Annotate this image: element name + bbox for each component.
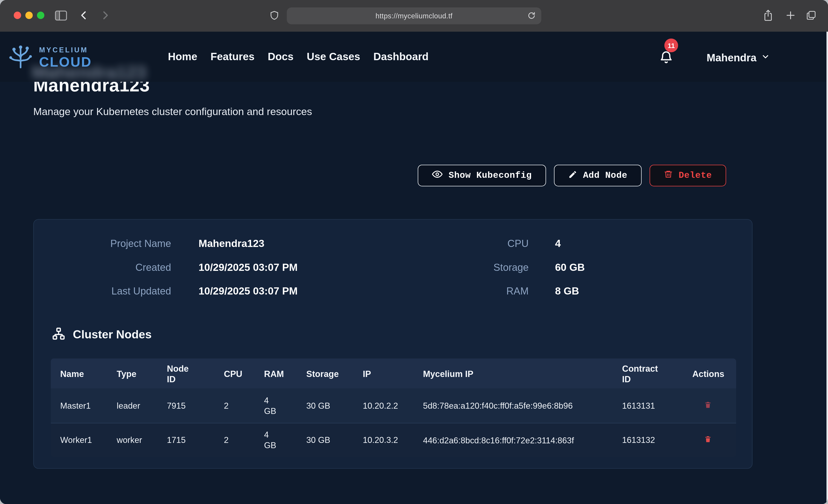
nav-link-use-cases[interactable]: Use Cases: [307, 51, 360, 63]
info-row: Storage 60 GB: [404, 255, 585, 279]
info-label: Last Updated: [34, 279, 171, 303]
info-label: Project Name: [34, 232, 171, 255]
cell-name: Master1: [60, 401, 117, 410]
column-header: CPU: [224, 368, 264, 379]
cell-mycelium-ip: 5d8:78ea:a120:f40c:ff0f:a5fe:99e6:8b96: [423, 400, 622, 411]
info-value: Mahendra123: [199, 232, 264, 255]
pencil-icon: [568, 170, 577, 181]
user-name: Mahendra: [707, 52, 756, 64]
cluster-info-left: Project Name Mahendra123 Created 10/29/2…: [34, 232, 298, 303]
minimize-window-button[interactable]: [25, 12, 33, 19]
add-node-label: Add Node: [583, 170, 627, 180]
delete-label: Delete: [678, 170, 712, 180]
cluster-info-right: CPU 4 Storage 60 GB RAM 8 GB: [404, 232, 585, 303]
info-label: Storage: [404, 255, 529, 279]
cell-node-id: 1715: [167, 435, 224, 445]
column-header: Storage: [306, 368, 363, 379]
forward-icon[interactable]: [99, 9, 111, 21]
cell-storage: 30 GB: [306, 435, 363, 445]
info-label: CPU: [404, 232, 529, 255]
cell-type: worker: [117, 435, 167, 445]
cell-ip: 10.20.2.2: [363, 401, 423, 410]
nodes-table: Name Type Node ID CPU RAM Storage IP Myc…: [51, 359, 736, 457]
info-row: Created 10/29/2025 03:07 PM: [34, 255, 298, 279]
reload-icon[interactable]: [527, 11, 536, 20]
column-header: IP: [363, 368, 423, 379]
column-header: Actions: [693, 368, 736, 379]
info-row: Project Name Mahendra123: [34, 232, 298, 255]
brand-text: MYCELIUM CLOUD: [39, 46, 92, 69]
cluster-nodes-title: Cluster Nodes: [73, 328, 152, 342]
delete-node-icon[interactable]: [693, 401, 736, 411]
column-header: Node ID: [167, 363, 224, 384]
cluster-info-card: Project Name Mahendra123 Created 10/29/2…: [33, 219, 753, 469]
delete-node-icon[interactable]: [693, 435, 736, 446]
scrollbar[interactable]: [826, 32, 828, 504]
cell-storage: 30 GB: [306, 401, 363, 410]
mycelium-logo-icon: [7, 44, 34, 71]
traffic-lights: [14, 12, 44, 19]
brand-name-bottom: CLOUD: [39, 55, 92, 69]
nav-link-docs[interactable]: Docs: [268, 51, 293, 63]
notification-badge: 11: [664, 39, 678, 52]
nav-link-home[interactable]: Home: [168, 51, 197, 63]
tab-overview-icon[interactable]: [806, 10, 817, 21]
screen: https://myceliumcloud.tf: [0, 0, 828, 504]
new-tab-icon[interactable]: [785, 10, 796, 21]
eye-icon: [432, 169, 443, 182]
chevron-down-icon: [761, 52, 770, 64]
cell-cpu: 2: [224, 401, 264, 410]
cell-contract-id: 1613131: [622, 401, 693, 410]
table-header-row: Name Type Node ID CPU RAM Storage IP Myc…: [51, 359, 736, 388]
privacy-shield-icon[interactable]: [270, 10, 280, 21]
delete-cluster-button[interactable]: Delete: [650, 165, 726, 186]
browser-window: https://myceliumcloud.tf: [0, 0, 828, 504]
info-row: RAM 8 GB: [404, 279, 585, 303]
close-window-button[interactable]: [14, 12, 21, 19]
info-label: RAM: [404, 279, 529, 303]
cell-mycelium-ip: 446:d2a6:8bcd:8c16:ff0f:72e2:3114:863f: [423, 435, 622, 446]
info-value: 10/29/2025 03:07 PM: [199, 255, 298, 279]
cluster-nodes-icon: [52, 327, 66, 342]
cell-ram: 4 GB: [264, 395, 306, 416]
column-header: Type: [117, 368, 167, 379]
nav-link-features[interactable]: Features: [210, 51, 255, 63]
table-row: Master1 leader 7915 2 4 GB 30 GB 10.20.2…: [51, 388, 736, 423]
cluster-nodes-section-header: Cluster Nodes: [52, 327, 152, 342]
page-subtitle: Manage your Kubernetes cluster configura…: [33, 106, 312, 118]
sidebar-toggle-icon[interactable]: [55, 10, 67, 21]
zoom-window-button[interactable]: [37, 12, 44, 19]
site-nav: MYCELIUM CLOUD Home Features Docs Use Ca…: [0, 32, 828, 82]
back-icon[interactable]: [78, 9, 90, 21]
table-row: Worker1 worker 1715 2 4 GB 30 GB 10.20.3…: [51, 423, 736, 457]
add-node-button[interactable]: Add Node: [554, 165, 642, 186]
show-kubeconfig-button[interactable]: Show Kubeconfig: [418, 165, 546, 186]
cluster-actions: Show Kubeconfig Add Node Delete: [418, 165, 726, 186]
show-kubeconfig-label: Show Kubeconfig: [449, 170, 532, 180]
info-value: 10/29/2025 03:07 PM: [199, 279, 298, 303]
column-header: RAM: [264, 368, 306, 379]
nav-link-dashboard[interactable]: Dashboard: [373, 51, 428, 63]
brand-name-top: MYCELIUM: [39, 46, 92, 53]
info-value: 60 GB: [555, 255, 585, 279]
cell-cpu: 2: [224, 435, 264, 445]
info-row: Last Updated 10/29/2025 03:07 PM: [34, 279, 298, 303]
address-bar[interactable]: https://myceliumcloud.tf: [287, 7, 541, 24]
cell-type: leader: [117, 401, 167, 410]
url-text: https://myceliumcloud.tf: [375, 12, 453, 20]
page: Mahendra123 Manage your Kubernetes clust…: [0, 32, 828, 504]
notifications-button[interactable]: 11: [659, 50, 675, 66]
cell-contract-id: 1613132: [622, 435, 693, 445]
info-label: Created: [34, 255, 171, 279]
browser-chrome: https://myceliumcloud.tf: [0, 0, 828, 32]
column-header: Name: [60, 368, 117, 379]
column-header: Mycelium IP: [423, 368, 622, 379]
bell-icon: [659, 57, 673, 66]
brand-logo[interactable]: MYCELIUM CLOUD: [7, 44, 92, 71]
trash-icon: [664, 170, 673, 182]
user-menu[interactable]: Mahendra: [707, 52, 770, 64]
cell-node-id: 7915: [167, 401, 224, 410]
cell-ram: 4 GB: [264, 430, 306, 451]
cell-name: Worker1: [60, 435, 117, 445]
share-icon[interactable]: [762, 9, 774, 22]
